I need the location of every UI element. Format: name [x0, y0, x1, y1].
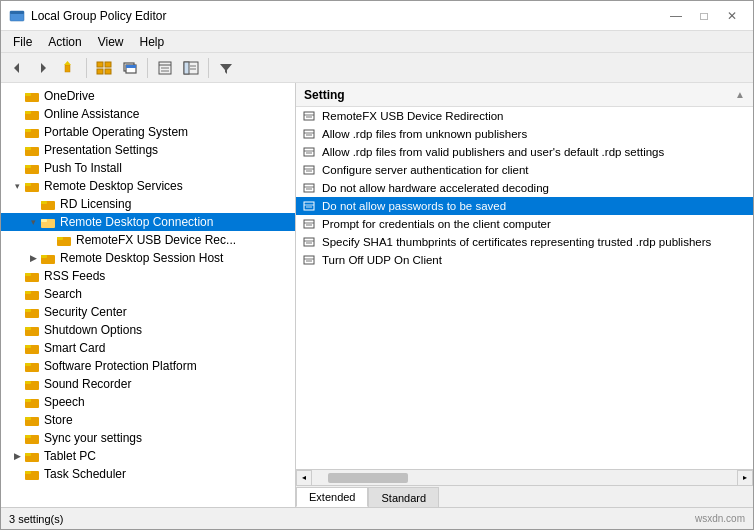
tree-label-rss-feeds: RSS Feeds [44, 269, 105, 283]
tree-item-speech[interactable]: Speech [1, 393, 295, 411]
tree-item-software-protection[interactable]: Software Protection Platform [1, 357, 295, 375]
setting-item-allow-rdp-unknown[interactable]: Allow .rdp files from unknown publishers [296, 125, 753, 143]
show-hide-tree-button[interactable] [92, 56, 116, 80]
tree-item-shutdown-options[interactable]: Shutdown Options [1, 321, 295, 339]
folder-icon-rd-licensing [41, 197, 57, 211]
menu-action[interactable]: Action [40, 33, 89, 51]
tree-item-portable-os[interactable]: Portable Operating System [1, 123, 295, 141]
tree-icon [96, 60, 112, 76]
tree-item-smart-card[interactable]: Smart Card [1, 339, 295, 357]
svg-rect-53 [25, 363, 31, 366]
svg-rect-65 [25, 471, 31, 474]
svg-rect-27 [25, 129, 31, 132]
setting-item-prompt-credentials[interactable]: Prompt for credentials on the client com… [296, 215, 753, 233]
tree-item-online-assistance[interactable]: Online Assistance [1, 105, 295, 123]
tab-standard-label: Standard [381, 492, 426, 504]
tree-item-tablet-pc[interactable]: ▶ Tablet PC [1, 447, 295, 465]
folder-icon-sync-settings [25, 431, 41, 445]
menu-view[interactable]: View [90, 33, 132, 51]
toolbar-separator-2 [147, 58, 148, 78]
tree-label-tablet-pc: Tablet PC [44, 449, 96, 463]
back-button[interactable] [5, 56, 29, 80]
svg-rect-41 [41, 255, 47, 258]
folder-icon-rss-feeds [25, 269, 41, 283]
tree-item-sync-settings[interactable]: Sync your settings [1, 429, 295, 447]
toolbar-separator-3 [208, 58, 209, 78]
svg-rect-37 [41, 219, 47, 222]
tree-item-remote-desktop-services[interactable]: ▾ Remote Desktop Services [1, 177, 295, 195]
forward-button[interactable] [31, 56, 55, 80]
svg-rect-90 [304, 256, 314, 264]
tree-label-task-scheduler: Task Scheduler [44, 467, 126, 481]
extend-view-button[interactable] [179, 56, 203, 80]
tree-item-onedrive[interactable]: OneDrive [1, 87, 295, 105]
filter-button[interactable] [214, 56, 238, 80]
tab-extended-label: Extended [309, 491, 355, 503]
tree-item-rd-licensing[interactable]: RD Licensing [1, 195, 295, 213]
svg-rect-12 [126, 65, 136, 68]
window-title: Local Group Policy Editor [31, 9, 166, 23]
folder-icon-remote-desktop-connection [41, 215, 57, 229]
svg-rect-43 [25, 273, 31, 276]
setting-icon-configure-server-auth [302, 163, 318, 177]
setting-item-turn-off-udp[interactable]: Turn Off UDP On Client [296, 251, 753, 269]
tree-label-shutdown-options: Shutdown Options [44, 323, 142, 337]
setting-icon-prompt-credentials [302, 217, 318, 231]
minimize-button[interactable]: — [663, 6, 689, 26]
tab-standard[interactable]: Standard [368, 487, 439, 507]
setting-item-no-hardware-accel[interactable]: Do not allow hardware accelerated decodi… [296, 179, 753, 197]
svg-rect-25 [25, 111, 31, 114]
folder-icon-speech [25, 395, 41, 409]
expander-remote-desktop-session: ▶ [25, 253, 41, 263]
menu-file[interactable]: File [5, 33, 40, 51]
setting-item-specify-sha1[interactable]: Specify SHA1 thumbprints of certificates… [296, 233, 753, 251]
tree-item-remotefx-usb[interactable]: RemoteFX USB Device Rec... [1, 231, 295, 249]
tree-item-store[interactable]: Store [1, 411, 295, 429]
setting-item-allow-rdp-valid[interactable]: Allow .rdp files from valid publishers a… [296, 143, 753, 161]
tree-label-push-to-install: Push To Install [44, 161, 122, 175]
maximize-button[interactable]: □ [691, 6, 717, 26]
setting-icon-allow-rdp-unknown [302, 127, 318, 141]
tree-item-remote-desktop-connection[interactable]: ▾ Remote Desktop Connection [1, 213, 295, 231]
up-button[interactable] [57, 56, 81, 80]
folder-icon-tablet-pc [25, 449, 41, 463]
tree-item-task-scheduler[interactable]: Task Scheduler [1, 465, 295, 483]
menu-bar: File Action View Help [1, 31, 753, 53]
settings-list[interactable]: RemoteFX USB Device Redirection Allow .r… [296, 107, 753, 469]
tree-item-security-center[interactable]: Security Center [1, 303, 295, 321]
folder-icon-remotefx-usb [57, 233, 73, 247]
right-panel-h-scrollbar[interactable]: ◂ ▸ [296, 469, 753, 485]
new-window-icon [122, 60, 138, 76]
status-bar: 3 setting(s) wsxdn.com [1, 507, 753, 529]
setting-icon-remotefx-redirect [302, 109, 318, 123]
policy-icon [303, 110, 317, 122]
policy-icon [303, 218, 317, 230]
back-icon [9, 60, 25, 76]
setting-label-no-passwords: Do not allow passwords to be saved [322, 200, 506, 212]
setting-item-remotefx-redirect[interactable]: RemoteFX USB Device Redirection [296, 107, 753, 125]
tree-item-rss-feeds[interactable]: RSS Feeds [1, 267, 295, 285]
tree-item-remote-desktop-session[interactable]: ▶ Remote Desktop Session Host [1, 249, 295, 267]
setting-label-configure-server-auth: Configure server authentication for clie… [322, 164, 528, 176]
tree-view[interactable]: OneDrive Online Assistance Porta [1, 83, 295, 507]
menu-help[interactable]: Help [132, 33, 173, 51]
scroll-right-arrow[interactable]: ▸ [737, 470, 753, 486]
folder-icon-remote-desktop-services [25, 179, 41, 193]
setting-item-configure-server-auth[interactable]: Configure server authentication for clie… [296, 161, 753, 179]
tree-item-sound-recorder[interactable]: Sound Recorder [1, 375, 295, 393]
setting-item-no-passwords[interactable]: Do not allow passwords to be saved [296, 197, 753, 215]
new-window-button[interactable] [118, 56, 142, 80]
right-scroll-thumb[interactable] [328, 473, 408, 483]
svg-rect-78 [304, 184, 314, 192]
toolbar [1, 53, 753, 83]
tree-item-presentation-settings[interactable]: Presentation Settings [1, 141, 295, 159]
tree-label-sound-recorder: Sound Recorder [44, 377, 131, 391]
svg-rect-87 [304, 238, 314, 246]
folder-icon-push-to-install [25, 161, 41, 175]
close-button[interactable]: ✕ [719, 6, 745, 26]
tree-item-push-to-install[interactable]: Push To Install [1, 159, 295, 177]
tree-item-search[interactable]: Search [1, 285, 295, 303]
tab-extended[interactable]: Extended [296, 487, 368, 507]
scroll-left-arrow[interactable]: ◂ [296, 470, 312, 486]
properties-button[interactable] [153, 56, 177, 80]
